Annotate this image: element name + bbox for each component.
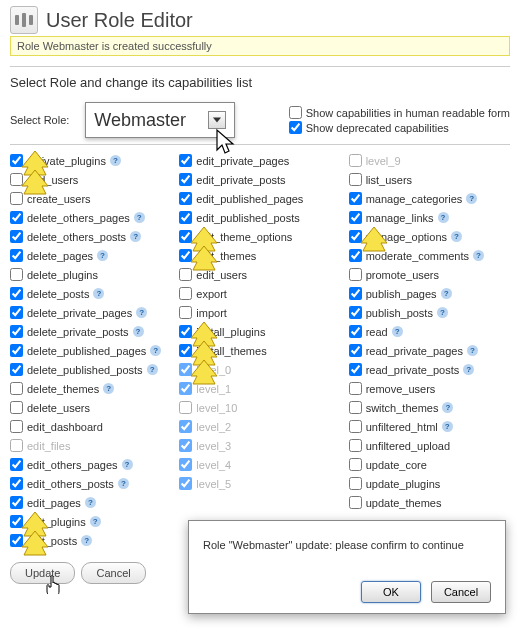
help-icon[interactable]: ?: [97, 250, 108, 261]
help-icon[interactable]: ?: [134, 212, 145, 223]
capability-edit_posts[interactable]: edit_posts?: [10, 531, 171, 550]
help-icon[interactable]: ?: [130, 231, 141, 242]
capability-import[interactable]: import: [179, 303, 340, 322]
help-icon[interactable]: ?: [442, 402, 453, 413]
capability-checkbox[interactable]: [10, 306, 23, 319]
capability-update_plugins[interactable]: update_plugins: [349, 474, 510, 493]
capability-checkbox[interactable]: [349, 439, 362, 452]
capability-edit_published_pages[interactable]: edit_published_pages: [179, 189, 340, 208]
capability-read[interactable]: read?: [349, 322, 510, 341]
role-select[interactable]: Webmaster: [85, 102, 235, 138]
help-icon[interactable]: ?: [441, 288, 452, 299]
show-deprecated-checkbox[interactable]: [289, 121, 302, 134]
capability-checkbox[interactable]: [10, 477, 23, 490]
capability-checkbox[interactable]: [179, 420, 192, 433]
capability-switch_themes[interactable]: switch_themes?: [349, 398, 510, 417]
help-icon[interactable]: ?: [118, 478, 129, 489]
help-icon[interactable]: ?: [81, 535, 92, 546]
capability-level_9[interactable]: level_9: [349, 151, 510, 170]
help-icon[interactable]: ?: [147, 364, 158, 375]
help-icon[interactable]: ?: [110, 155, 121, 166]
capability-delete_published_posts[interactable]: delete_published_posts?: [10, 360, 171, 379]
capability-install_plugins[interactable]: install_plugins: [179, 322, 340, 341]
capability-checkbox[interactable]: [10, 401, 23, 414]
capability-edit_pages[interactable]: edit_pages?: [10, 493, 171, 512]
chevron-down-icon[interactable]: [208, 111, 226, 129]
capability-checkbox[interactable]: [10, 154, 23, 167]
capability-edit_dashboard[interactable]: edit_dashboard: [10, 417, 171, 436]
capability-checkbox[interactable]: [10, 515, 23, 528]
capability-checkbox[interactable]: [10, 344, 23, 357]
capability-moderate_comments[interactable]: moderate_comments?: [349, 246, 510, 265]
capability-delete_published_pages[interactable]: delete_published_pages?: [10, 341, 171, 360]
capability-checkbox[interactable]: [349, 325, 362, 338]
capability-level_2[interactable]: level_2: [179, 417, 340, 436]
capability-edit_users[interactable]: edit_users: [179, 265, 340, 284]
capability-checkbox[interactable]: [179, 382, 192, 395]
help-icon[interactable]: ?: [467, 345, 478, 356]
capability-checkbox[interactable]: [349, 211, 362, 224]
capability-checkbox[interactable]: [179, 230, 192, 243]
show-human-readable[interactable]: Show capabilities in human readable form: [289, 106, 510, 119]
capability-checkbox[interactable]: [349, 268, 362, 281]
capability-manage_links[interactable]: manage_links?: [349, 208, 510, 227]
capability-create_users[interactable]: create_users: [10, 189, 171, 208]
show-human-readable-checkbox[interactable]: [289, 106, 302, 119]
capability-checkbox[interactable]: [349, 401, 362, 414]
capability-checkbox[interactable]: [349, 249, 362, 262]
capability-level_5[interactable]: level_5: [179, 474, 340, 493]
help-icon[interactable]: ?: [136, 307, 147, 318]
capability-checkbox[interactable]: [179, 477, 192, 490]
capability-checkbox[interactable]: [10, 496, 23, 509]
capability-delete_posts[interactable]: delete_posts?: [10, 284, 171, 303]
capability-checkbox[interactable]: [179, 192, 192, 205]
capability-update_core[interactable]: update_core: [349, 455, 510, 474]
capability-edit_others_posts[interactable]: edit_others_posts?: [10, 474, 171, 493]
capability-checkbox[interactable]: [349, 230, 362, 243]
capability-manage_options[interactable]: manage_options?: [349, 227, 510, 246]
capability-delete_others_posts[interactable]: delete_others_posts?: [10, 227, 171, 246]
capability-checkbox[interactable]: [179, 173, 192, 186]
capability-level_0[interactable]: level_0: [179, 360, 340, 379]
capability-promote_users[interactable]: promote_users: [349, 265, 510, 284]
capability-checkbox[interactable]: [179, 154, 192, 167]
capability-level_1[interactable]: level_1: [179, 379, 340, 398]
capability-delete_private_pages[interactable]: delete_private_pages?: [10, 303, 171, 322]
capability-checkbox[interactable]: [10, 534, 23, 547]
capability-edit_others_pages[interactable]: edit_others_pages?: [10, 455, 171, 474]
help-icon[interactable]: ?: [466, 193, 477, 204]
help-icon[interactable]: ?: [85, 497, 96, 508]
capability-checkbox[interactable]: [349, 458, 362, 471]
capability-checkbox[interactable]: [349, 192, 362, 205]
capability-checkbox[interactable]: [179, 306, 192, 319]
help-icon[interactable]: ?: [93, 288, 104, 299]
capability-publish_posts[interactable]: publish_posts?: [349, 303, 510, 322]
capability-delete_themes[interactable]: delete_themes?: [10, 379, 171, 398]
capability-checkbox[interactable]: [349, 363, 362, 376]
capability-checkbox[interactable]: [10, 420, 23, 433]
help-icon[interactable]: ?: [473, 250, 484, 261]
capability-checkbox[interactable]: [349, 173, 362, 186]
capability-edit_themes[interactable]: edit_themes: [179, 246, 340, 265]
capability-checkbox[interactable]: [349, 287, 362, 300]
capability-checkbox[interactable]: [179, 211, 192, 224]
capability-checkbox[interactable]: [179, 363, 192, 376]
capability-delete_pages[interactable]: delete_pages?: [10, 246, 171, 265]
capability-checkbox[interactable]: [349, 496, 362, 509]
capability-checkbox[interactable]: [10, 192, 23, 205]
capability-edit_plugins[interactable]: edit_plugins?: [10, 512, 171, 531]
capability-update_themes[interactable]: update_themes: [349, 493, 510, 512]
capability-checkbox[interactable]: [10, 173, 23, 186]
capability-checkbox[interactable]: [179, 287, 192, 300]
capability-export[interactable]: export: [179, 284, 340, 303]
dialog-ok-button[interactable]: OK: [361, 581, 421, 594]
capability-level_10[interactable]: level_10: [179, 398, 340, 417]
capability-unfiltered_html[interactable]: unfiltered_html?: [349, 417, 510, 436]
capability-install_themes[interactable]: install_themes: [179, 341, 340, 360]
capability-checkbox[interactable]: [349, 154, 362, 167]
help-icon[interactable]: ?: [392, 326, 403, 337]
capability-delete_others_pages[interactable]: delete_others_pages?: [10, 208, 171, 227]
capability-checkbox[interactable]: [10, 325, 23, 338]
capability-checkbox[interactable]: [349, 306, 362, 319]
help-icon[interactable]: ?: [150, 345, 161, 356]
